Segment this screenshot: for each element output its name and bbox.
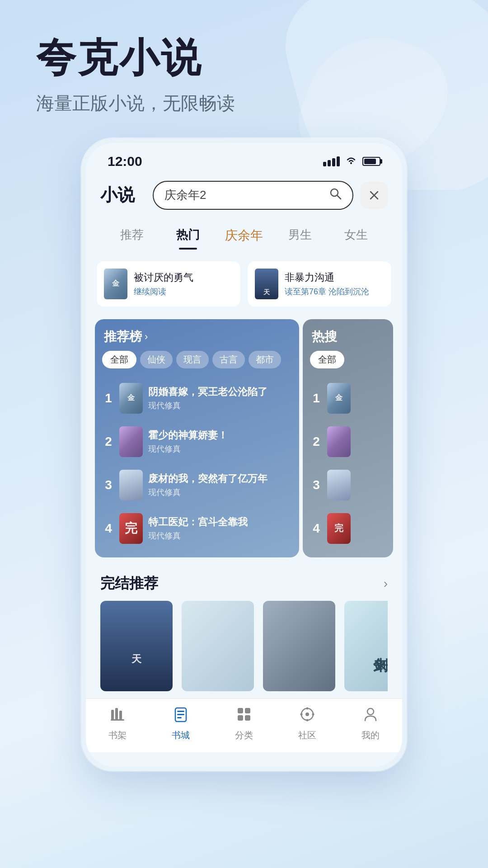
completed-book-4[interactable]: 剑来	[344, 601, 388, 691]
svg-rect-16	[245, 715, 250, 721]
rank-info-3: 废材的我，突然有了亿万年 现代修真	[148, 472, 291, 498]
rank-item-1[interactable]: 1 金 阴婚喜嫁，冥王老公沦陷了 现代修真	[99, 377, 295, 420]
completed-cover-3	[263, 601, 335, 691]
rank-book-title-3: 废材的我，突然有了亿万年	[148, 472, 291, 486]
rank-book-tag-3: 现代修真	[148, 487, 291, 498]
hot-filter-all[interactable]: 全部	[310, 351, 344, 368]
svg-point-0	[350, 162, 352, 164]
rank-item-3[interactable]: 3 废材的我，突然有了亿万年 现代修真	[99, 463, 295, 507]
svg-rect-7	[119, 711, 122, 720]
recent-info-2: 非暴力沟通 读至第76章 沦陷到沉沦	[285, 271, 384, 297]
hot-rank-num-3: 3	[311, 478, 322, 492]
nav-label-bookstore: 书城	[172, 729, 190, 741]
rank-info-1: 阴婚喜嫁，冥王老公沦陷了 现代修真	[148, 386, 291, 411]
rank-num-2: 2	[103, 434, 114, 449]
rank-item-2[interactable]: 2 霍少的神算娇妻！ 现代修真	[99, 420, 295, 463]
completed-header: 完结推荐 ›	[100, 574, 388, 594]
hero-section: 夸克小说 海量正版小说，无限畅读	[0, 0, 488, 116]
search-input-text: 庆余年2	[164, 187, 324, 203]
rank-title-recommended: 推荐榜	[104, 328, 142, 345]
completed-cover-1: 天	[100, 601, 173, 691]
nav-item-bookstore[interactable]: 书城	[149, 704, 212, 743]
rank-book-title-1: 阴婚喜嫁，冥王老公沦陷了	[148, 386, 291, 399]
filter-xianxia[interactable]: 仙侠	[140, 351, 173, 368]
rank-cover-4: 完	[119, 513, 143, 544]
search-icon[interactable]	[329, 187, 342, 203]
svg-point-20	[312, 713, 314, 715]
community-icon	[299, 706, 315, 726]
nav-label-bookshelf: 书架	[108, 729, 127, 741]
completed-title: 完结推荐	[100, 574, 158, 594]
signal-bars-icon	[323, 156, 340, 166]
hot-rank-item-1[interactable]: 1 金	[307, 377, 389, 420]
nav-tabs: 推荐 热门 庆余年 男生 女生	[86, 217, 402, 254]
hot-rank-list: 1 金 2 3	[303, 375, 393, 557]
svg-point-23	[367, 708, 374, 715]
completed-cover-2	[182, 601, 254, 691]
completed-book-2[interactable]	[182, 601, 254, 691]
rank-cover-2	[119, 426, 143, 457]
completed-book-3[interactable]	[263, 601, 335, 691]
header-title: 小说	[100, 184, 145, 207]
rank-info-4: 特工医妃：宫斗全靠我 现代修真	[148, 516, 291, 542]
svg-point-21	[306, 719, 309, 721]
category-icon	[236, 706, 252, 726]
recent-title-1: 被讨厌的勇气	[134, 271, 233, 284]
svg-point-19	[306, 707, 309, 709]
rank-panel-recommended: 推荐榜 › 全部 仙侠 现言 古言 都市 1	[95, 319, 299, 557]
hot-rank-num-1: 1	[311, 391, 322, 406]
rank-info-2: 霍少的神算娇妻！ 现代修真	[148, 429, 291, 455]
hot-rank-item-2[interactable]: 2	[307, 420, 389, 463]
svg-rect-11	[177, 714, 184, 715]
recent-info-1: 被讨厌的勇气 继续阅读	[134, 271, 233, 297]
tab-recommend[interactable]: 推荐	[104, 222, 160, 250]
hot-rank-num-2: 2	[311, 434, 322, 449]
rank-filters-hot: 全部	[303, 351, 393, 375]
recent-cover-1: 金	[104, 269, 127, 299]
rank-item-4[interactable]: 4 完 特工医妃：宫斗全靠我 现代修真	[99, 507, 295, 550]
svg-point-22	[300, 713, 303, 715]
hot-cover-1: 金	[327, 383, 351, 414]
rank-num-1: 1	[103, 391, 114, 406]
search-bar[interactable]: 庆余年2	[153, 181, 353, 210]
svg-rect-10	[177, 711, 184, 712]
hot-rank-item-4[interactable]: 4 完	[307, 507, 389, 550]
rank-num-3: 3	[103, 478, 114, 492]
hot-cover-3	[327, 470, 351, 500]
filter-xiandai[interactable]: 现言	[176, 351, 209, 368]
rank-title-hot: 热搜	[312, 328, 337, 345]
nav-item-community[interactable]: 社区	[276, 704, 339, 743]
tab-hot[interactable]: 热门	[160, 222, 216, 250]
rank-book-title-2: 霍少的神算娇妻！	[148, 429, 291, 442]
tab-male[interactable]: 男生	[272, 222, 328, 250]
recent-action-2: 读至第76章 沦陷到沉沦	[285, 286, 384, 297]
filter-dushi[interactable]: 都市	[249, 351, 281, 368]
nav-item-profile[interactable]: 我的	[339, 704, 402, 743]
recent-action-1: 继续阅读	[134, 286, 233, 297]
recent-cover-2: 天	[255, 269, 278, 299]
filter-all[interactable]: 全部	[102, 351, 136, 368]
tab-female[interactable]: 女生	[328, 222, 384, 250]
completed-section: 完结推荐 › 天	[86, 563, 402, 698]
completed-arrow[interactable]: ›	[384, 576, 388, 591]
rank-book-tag-2: 现代修真	[148, 443, 291, 454]
rank-arrow-recommended[interactable]: ›	[145, 331, 148, 343]
svg-rect-15	[238, 715, 243, 721]
nav-item-category[interactable]: 分类	[212, 704, 276, 743]
app-tagline: 海量正版小说，无限畅读	[36, 91, 461, 116]
rank-cover-3	[119, 470, 143, 500]
nav-label-profile: 我的	[361, 729, 380, 741]
completed-book-1[interactable]: 天	[100, 601, 173, 691]
nav-item-bookshelf[interactable]: 书架	[86, 704, 149, 743]
phone-wrapper: 12:00	[0, 138, 488, 771]
hot-cover-2	[327, 426, 351, 457]
rank-num-4: 4	[103, 521, 114, 536]
svg-rect-6	[115, 708, 118, 720]
recent-card-1[interactable]: 金 被讨厌的勇气 继续阅读	[97, 261, 240, 307]
hot-rank-item-3[interactable]: 3	[307, 463, 389, 507]
status-bar: 12:00	[86, 143, 402, 174]
filter-guyan[interactable]: 古言	[212, 351, 245, 368]
recent-card-2[interactable]: 天 非暴力沟通 读至第76章 沦陷到沉沦	[248, 261, 391, 307]
tab-special[interactable]: 庆余年	[216, 222, 272, 250]
close-button[interactable]	[361, 182, 388, 209]
